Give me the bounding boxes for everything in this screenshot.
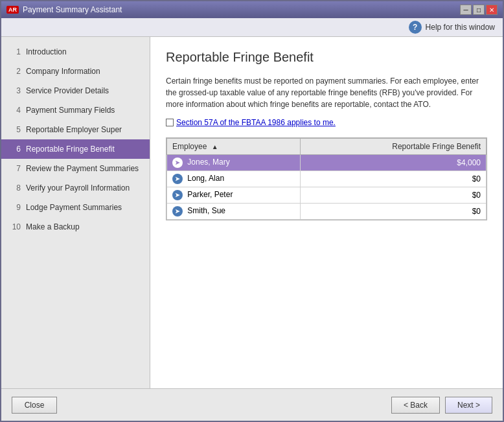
sidebar-item-verify-payroll[interactable]: 8 Verify your Payroll Information: [1, 178, 150, 198]
employee-rfb: $4,000: [301, 155, 487, 171]
table-row[interactable]: ➤ Smith, Sue $0: [167, 204, 487, 220]
window-title: Payment Summary Assistant: [23, 5, 122, 14]
col-header-employee[interactable]: Employee ▲: [167, 139, 301, 155]
sidebar-label-2: Company Information: [26, 67, 100, 76]
footer: Close < Back Next >: [1, 388, 503, 421]
row-icon: ➤: [172, 174, 183, 184]
sidebar-item-company-information[interactable]: 2 Company Information: [1, 62, 150, 81]
sort-arrow-employee: ▲: [212, 143, 218, 150]
sidebar-item-service-provider[interactable]: 3 Service Provider Details: [1, 81, 150, 100]
sidebar-item-reportable-employer-super[interactable]: 5 Reportable Employer Super: [1, 120, 150, 139]
title-bar-buttons: ─ □ ✕: [460, 5, 498, 15]
step-num-5: 5: [9, 125, 21, 134]
employee-table: Employee ▲ Reportable Fringe Benefit ➤: [166, 138, 487, 220]
sidebar-label-5: Reportable Employer Super: [26, 125, 122, 134]
employee-name: ➤ Parker, Peter: [167, 187, 301, 204]
employee-table-container: Employee ▲ Reportable Fringe Benefit ➤: [166, 137, 487, 220]
sidebar-label-1: Introduction: [26, 47, 67, 56]
sidebar-item-lodge-payment[interactable]: 9 Lodge Payment Summaries: [1, 198, 150, 217]
step-num-10: 10: [9, 222, 21, 231]
sidebar-item-introduction[interactable]: 1 Introduction: [1, 42, 150, 62]
employee-rfb: $0: [301, 204, 487, 220]
next-button[interactable]: Next >: [445, 397, 492, 414]
sidebar: 1 Introduction 2 Company Information 3 S…: [1, 37, 150, 388]
sidebar-label-10: Make a Backup: [26, 222, 80, 231]
sidebar-label-9: Lodge Payment Summaries: [26, 203, 122, 212]
table-row[interactable]: ➤ Long, Alan $0: [167, 171, 487, 187]
table-row[interactable]: ➤ Parker, Peter $0: [167, 187, 487, 204]
close-button[interactable]: Close: [12, 397, 57, 414]
page-title: Reportable Fringe Benefit: [166, 50, 487, 65]
table-row[interactable]: ➤ Jones, Mary $4,000: [167, 155, 487, 171]
employee-name: ➤ Jones, Mary: [167, 155, 301, 171]
maximize-button[interactable]: □: [473, 5, 485, 15]
row-icon: ➤: [172, 206, 183, 217]
sidebar-label-3: Service Provider Details: [26, 86, 109, 95]
step-num-8: 8: [9, 183, 21, 193]
sidebar-item-reportable-fringe-benefit[interactable]: 6 Reportable Fringe Benefit: [1, 139, 150, 159]
back-button[interactable]: < Back: [391, 397, 440, 414]
section57-checkbox[interactable]: [166, 119, 174, 126]
minimize-button[interactable]: ─: [460, 5, 472, 15]
employee-name: ➤ Smith, Sue: [167, 204, 301, 220]
sidebar-item-make-backup[interactable]: 10 Make a Backup: [1, 217, 150, 237]
section57-link-text[interactable]: Section 57A of the FBTAA 1986 applies to…: [176, 118, 336, 127]
col-header-rfb[interactable]: Reportable Fringe Benefit: [301, 139, 487, 155]
content-description: Certain fringe benefits must be reported…: [166, 75, 487, 110]
window-close-button[interactable]: ✕: [486, 5, 498, 15]
footer-nav-buttons: < Back Next >: [391, 397, 492, 414]
employee-rfb: $0: [301, 187, 487, 204]
step-num-2: 2: [9, 67, 21, 76]
employee-rfb: $0: [301, 171, 487, 187]
section57-checkbox-container[interactable]: Section 57A of the FBTAA 1986 applies to…: [166, 118, 336, 127]
sidebar-label-6: Reportable Fringe Benefit: [26, 145, 115, 154]
sidebar-label-7: Review the Payment Summaries: [26, 164, 139, 173]
sidebar-item-payment-summary-fields[interactable]: 4 Payment Summary Fields: [1, 100, 150, 120]
step-num-1: 1: [9, 47, 21, 56]
employee-name: ➤ Long, Alan: [167, 171, 301, 187]
help-bar: ? Help for this window: [1, 18, 503, 37]
help-label: Help for this window: [426, 23, 495, 32]
title-bar-left: AR Payment Summary Assistant: [6, 5, 122, 14]
app-logo: AR: [6, 6, 19, 14]
row-icon: ➤: [172, 190, 183, 200]
title-bar: AR Payment Summary Assistant ─ □ ✕: [1, 1, 503, 18]
step-num-6: 6: [9, 145, 21, 154]
help-icon[interactable]: ?: [409, 21, 422, 34]
step-num-9: 9: [9, 203, 21, 212]
step-num-4: 4: [9, 106, 21, 115]
main-area: 1 Introduction 2 Company Information 3 S…: [1, 37, 503, 388]
sidebar-label-8: Verify your Payroll Information: [26, 183, 130, 193]
sidebar-item-review-payment-summaries[interactable]: 7 Review the Payment Summaries: [1, 159, 150, 178]
sidebar-label-4: Payment Summary Fields: [26, 106, 115, 115]
content-area: Reportable Fringe Benefit Certain fringe…: [150, 37, 503, 388]
row-icon: ➤: [172, 158, 183, 168]
step-num-7: 7: [9, 164, 21, 173]
step-num-3: 3: [9, 86, 21, 95]
window: AR Payment Summary Assistant ─ □ ✕ ? Hel…: [0, 0, 504, 422]
